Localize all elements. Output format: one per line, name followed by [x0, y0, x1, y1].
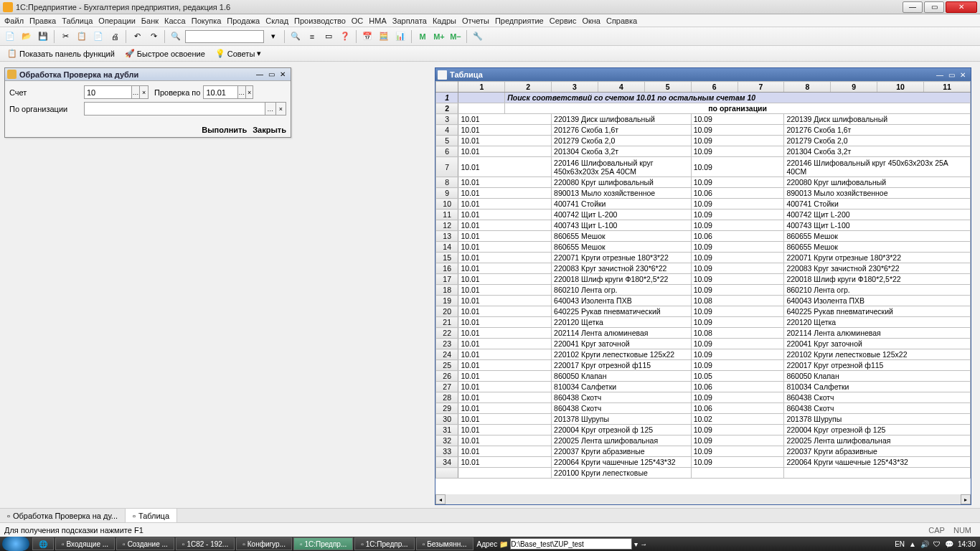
save-icon[interactable]: 💾: [36, 29, 50, 44]
table-row[interactable]: 2810.01860438 Скотч10.09860438 Скотч: [436, 392, 971, 403]
paste-icon[interactable]: 📄: [91, 29, 105, 44]
col-header[interactable]: 7: [738, 82, 784, 93]
row-number[interactable]: 8: [436, 177, 458, 188]
cell[interactable]: 10.02: [691, 414, 784, 425]
cell[interactable]: 10.09: [691, 349, 784, 360]
cell[interactable]: 10.01: [458, 274, 552, 285]
cell[interactable]: 860655 Мешок: [552, 231, 692, 242]
cell[interactable]: 220025 Лента шлифовальная: [784, 435, 971, 446]
close-action-button[interactable]: Закрыть: [253, 126, 286, 134]
cell[interactable]: 860655 Мешок: [784, 231, 971, 242]
table-row[interactable]: 3310.01220037 Круги абразивные10.0922003…: [436, 446, 971, 457]
table-row[interactable]: 310.01220139 Диск шлифовальный10.0922013…: [436, 114, 971, 125]
cell[interactable]: 10.06: [691, 382, 784, 392]
row-number[interactable]: 24: [436, 349, 458, 360]
table-titlebar[interactable]: Таблица — ▭ ✕: [435, 68, 971, 81]
cell[interactable]: 10.01: [458, 457, 552, 468]
table-row[interactable]: 3210.01220025 Лента шлифовальная10.09220…: [436, 435, 971, 446]
cell[interactable]: 400741 Стойки: [552, 199, 692, 209]
cell[interactable]: 10.01: [458, 382, 552, 392]
tray-icon[interactable]: 🔊: [920, 540, 929, 548]
taskbar-app[interactable]: ▫1С:Предпр...: [293, 537, 353, 550]
dropdown-icon[interactable]: ▾: [266, 29, 281, 44]
cell[interactable]: 220080 Круг шлифовальный: [552, 177, 692, 188]
cell[interactable]: 10.09: [691, 317, 784, 328]
table-body[interactable]: 12345678910111Поиск соответствий со счет…: [435, 81, 971, 494]
menu-item[interactable]: Окна: [582, 17, 600, 25]
scroll-right-button[interactable]: ▸: [961, 494, 971, 504]
cell[interactable]: 10.01: [458, 220, 552, 231]
cell[interactable]: 10.05: [691, 371, 784, 382]
cell[interactable]: 640043 Изолента ПХВ: [784, 296, 971, 306]
menu-item[interactable]: Сервис: [550, 17, 577, 25]
cell[interactable]: 10.06: [691, 403, 784, 414]
cell[interactable]: 10.09: [691, 242, 784, 253]
close-button[interactable]: ✕: [946, 1, 977, 13]
cell[interactable]: 10.06: [691, 231, 784, 242]
table-row[interactable]: 1910.01640043 Изолента ПХВ10.08640043 Из…: [436, 296, 971, 306]
cell[interactable]: 10.01: [458, 392, 552, 403]
menu-item[interactable]: Кадры: [433, 17, 456, 25]
tips-button[interactable]: 💡 Советы ▾: [212, 47, 264, 60]
cell[interactable]: 220102 Круги лепестковые 125х22: [784, 349, 971, 360]
cell[interactable]: 10.01: [458, 157, 552, 177]
cell[interactable]: 640225 Рукав пневматический: [784, 306, 971, 317]
calc-icon[interactable]: 🧮: [377, 29, 391, 44]
addr-go-icon[interactable]: →: [640, 540, 647, 548]
cell[interactable]: 201279 Скоба 2,0: [784, 136, 971, 146]
table-row[interactable]: 1010.01400741 Стойки10.09400741 Стойки: [436, 199, 971, 209]
open-icon[interactable]: 📂: [19, 29, 34, 44]
cell[interactable]: 220018 Шлиф круги Ф180*2,5*22: [552, 274, 692, 285]
org-select-button[interactable]: …: [265, 103, 275, 115]
table-row[interactable]: 810.01220080 Круг шлифовальный10.0922008…: [436, 177, 971, 188]
cell[interactable]: 10.01: [458, 296, 552, 306]
menu-item[interactable]: ОС: [352, 17, 364, 25]
cell[interactable]: 220083 Круг зачистной 230*6*22: [552, 263, 692, 274]
cell[interactable]: 220025 Лента шлифовальная: [552, 435, 692, 446]
row-number[interactable]: 29: [436, 403, 458, 414]
dialog-maximize-button[interactable]: ▭: [265, 70, 277, 80]
row-number[interactable]: 1: [436, 93, 458, 103]
cell[interactable]: 220018 Шлиф круги Ф180*2,5*22: [784, 274, 971, 285]
cell[interactable]: 220071 Круги отрезные 180*3*22: [784, 253, 971, 263]
org-clear-button[interactable]: ×: [275, 103, 286, 115]
check-input[interactable]: [204, 86, 237, 98]
find-icon[interactable]: 🔍: [169, 29, 183, 44]
cell[interactable]: 201304 Скоба 3,2т: [784, 146, 971, 157]
table-row[interactable]: 910.01890013 Мыло хозяйственное10.068900…: [436, 188, 971, 199]
cell[interactable]: 810034 Салфетки: [784, 382, 971, 392]
cell[interactable]: 10.01: [458, 114, 552, 125]
cell[interactable]: 201279 Скоба 2,0: [552, 136, 692, 146]
cell[interactable]: 10.01: [458, 425, 552, 435]
print-icon[interactable]: 🖨: [108, 29, 122, 44]
cell[interactable]: 220037 Круги абразивные: [784, 446, 971, 457]
cell[interactable]: 810034 Салфетки: [552, 382, 692, 392]
cell[interactable]: 10.01: [458, 339, 552, 349]
cell[interactable]: 10.09: [691, 306, 784, 317]
m-minus-button[interactable]: M−: [448, 29, 463, 44]
col-header[interactable]: 8: [784, 82, 831, 93]
table-row[interactable]: 3110.01220004 Круг отрезной ф 12510.0922…: [436, 425, 971, 435]
cell[interactable]: 10.01: [458, 231, 552, 242]
row-number[interactable]: 25: [436, 360, 458, 371]
cell[interactable]: 860210 Лента огр.: [552, 285, 692, 296]
table-row[interactable]: 3010.01201378 Шурупы10.02201378 Шурупы: [436, 414, 971, 425]
cell[interactable]: 10.01: [458, 242, 552, 253]
cell[interactable]: 860050 Клапан: [552, 371, 692, 382]
row-number[interactable]: 27: [436, 382, 458, 392]
menu-item[interactable]: НМА: [369, 17, 386, 25]
row-number[interactable]: 20: [436, 306, 458, 317]
row-number[interactable]: 4: [436, 125, 458, 136]
cell[interactable]: 10.09: [691, 425, 784, 435]
check-clear-button[interactable]: ×: [245, 86, 253, 98]
scroll-left-button[interactable]: ◂: [435, 494, 446, 504]
cell[interactable]: 10.06: [691, 188, 784, 199]
cell[interactable]: 10.09: [691, 146, 784, 157]
calendar-icon[interactable]: 📅: [360, 29, 374, 44]
cell[interactable]: 10.01: [458, 328, 552, 339]
show-panel-button[interactable]: 📋 Показать панель функций: [4, 47, 118, 60]
row-number[interactable]: 16: [436, 263, 458, 274]
cell[interactable]: 10.01: [458, 349, 552, 360]
page-icon[interactable]: ▭: [321, 29, 336, 44]
row-number[interactable]: 10: [436, 199, 458, 209]
